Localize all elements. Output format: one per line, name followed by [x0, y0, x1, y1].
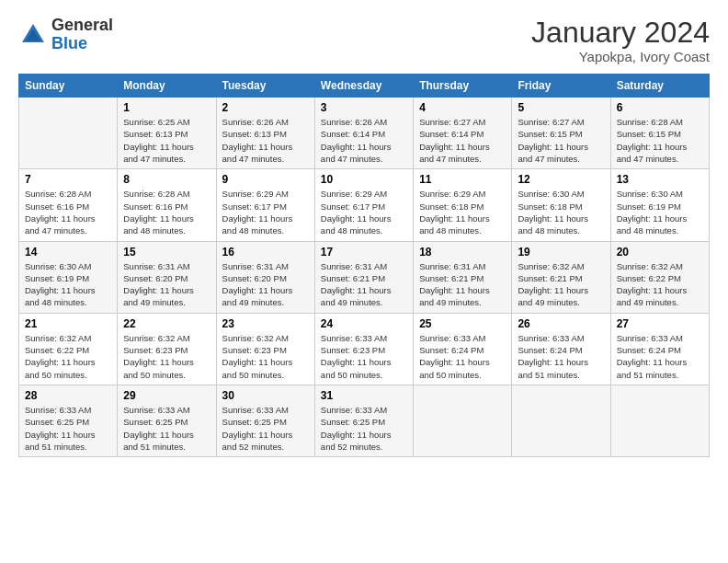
- logo-icon: [18, 20, 48, 50]
- calendar-cell: 22 Sunrise: 6:32 AMSunset: 6:23 PMDaylig…: [118, 313, 216, 385]
- calendar-cell: 2 Sunrise: 6:26 AMSunset: 6:13 PMDayligh…: [216, 98, 314, 169]
- day-number: 31: [321, 389, 407, 402]
- logo-text-general: General: [51, 17, 113, 35]
- calendar-cell: 29 Sunrise: 6:33 AMSunset: 6:25 PMDaylig…: [118, 385, 216, 456]
- calendar-cell: 6 Sunrise: 6:28 AMSunset: 6:15 PMDayligh…: [610, 98, 709, 169]
- calendar-cell: 19 Sunrise: 6:32 AMSunset: 6:21 PMDaylig…: [512, 241, 610, 313]
- header-monday: Monday: [118, 75, 216, 98]
- day-detail: Sunrise: 6:30 AMSunset: 6:19 PMDaylight:…: [25, 260, 111, 309]
- day-detail: Sunrise: 6:29 AMSunset: 6:18 PMDaylight:…: [419, 188, 506, 236]
- calendar-cell: 18 Sunrise: 6:31 AMSunset: 6:21 PMDaylig…: [414, 241, 512, 313]
- calendar-cell: 12 Sunrise: 6:30 AMSunset: 6:18 PMDaylig…: [512, 169, 610, 241]
- day-detail: Sunrise: 6:33 AMSunset: 6:24 PMDaylight:…: [419, 332, 506, 381]
- calendar-cell: 21 Sunrise: 6:32 AMSunset: 6:22 PMDaylig…: [19, 313, 118, 385]
- day-number: 14: [25, 246, 111, 259]
- calendar-cell: 28 Sunrise: 6:33 AMSunset: 6:25 PMDaylig…: [19, 385, 118, 456]
- day-number: 30: [222, 389, 309, 402]
- calendar-week-row-0: 1 Sunrise: 6:25 AMSunset: 6:13 PMDayligh…: [19, 98, 710, 169]
- calendar-cell: 1 Sunrise: 6:25 AMSunset: 6:13 PMDayligh…: [118, 98, 216, 169]
- header-tuesday: Tuesday: [216, 75, 314, 98]
- calendar-cell: 31 Sunrise: 6:33 AMSunset: 6:25 PMDaylig…: [314, 385, 413, 456]
- day-detail: Sunrise: 6:32 AMSunset: 6:23 PMDaylight:…: [222, 332, 309, 381]
- day-detail: Sunrise: 6:27 AMSunset: 6:15 PMDaylight:…: [518, 116, 604, 165]
- day-detail: Sunrise: 6:33 AMSunset: 6:25 PMDaylight:…: [222, 404, 309, 453]
- day-number: 11: [419, 173, 506, 186]
- day-number: 27: [617, 317, 703, 330]
- logo-text-blue: Blue: [51, 35, 113, 53]
- day-detail: Sunrise: 6:28 AMSunset: 6:16 PMDaylight:…: [123, 188, 210, 236]
- calendar-cell: 15 Sunrise: 6:31 AMSunset: 6:20 PMDaylig…: [118, 241, 216, 313]
- day-number: 8: [123, 173, 210, 186]
- day-detail: Sunrise: 6:33 AMSunset: 6:24 PMDaylight:…: [518, 332, 604, 381]
- calendar-cell: 24 Sunrise: 6:33 AMSunset: 6:23 PMDaylig…: [314, 313, 413, 385]
- day-detail: Sunrise: 6:33 AMSunset: 6:25 PMDaylight:…: [25, 404, 111, 453]
- calendar-cell: [610, 385, 709, 456]
- day-detail: Sunrise: 6:30 AMSunset: 6:18 PMDaylight:…: [518, 188, 604, 236]
- calendar-cell: 11 Sunrise: 6:29 AMSunset: 6:18 PMDaylig…: [414, 169, 512, 241]
- calendar-cell: 16 Sunrise: 6:31 AMSunset: 6:20 PMDaylig…: [216, 241, 314, 313]
- calendar-title: January 2024: [531, 17, 710, 49]
- day-detail: Sunrise: 6:33 AMSunset: 6:25 PMDaylight:…: [321, 404, 407, 453]
- header-friday: Friday: [512, 75, 610, 98]
- calendar-cell: 14 Sunrise: 6:30 AMSunset: 6:19 PMDaylig…: [19, 241, 118, 313]
- day-detail: Sunrise: 6:26 AMSunset: 6:14 PMDaylight:…: [321, 116, 407, 165]
- day-detail: Sunrise: 6:28 AMSunset: 6:15 PMDaylight:…: [617, 116, 703, 165]
- day-detail: Sunrise: 6:31 AMSunset: 6:20 PMDaylight:…: [222, 260, 309, 309]
- calendar-cell: 5 Sunrise: 6:27 AMSunset: 6:15 PMDayligh…: [512, 98, 610, 169]
- calendar-cell: 7 Sunrise: 6:28 AMSunset: 6:16 PMDayligh…: [19, 169, 118, 241]
- day-number: 10: [321, 173, 407, 186]
- day-detail: Sunrise: 6:26 AMSunset: 6:13 PMDaylight:…: [222, 116, 309, 165]
- calendar-week-row-4: 28 Sunrise: 6:33 AMSunset: 6:25 PMDaylig…: [19, 385, 710, 456]
- day-detail: Sunrise: 6:27 AMSunset: 6:14 PMDaylight:…: [419, 116, 506, 165]
- day-detail: Sunrise: 6:32 AMSunset: 6:22 PMDaylight:…: [617, 260, 703, 309]
- day-detail: Sunrise: 6:29 AMSunset: 6:17 PMDaylight:…: [321, 188, 407, 236]
- calendar-cell: [512, 385, 610, 456]
- header: General Blue January 2024 Yapokpa, Ivory…: [18, 17, 710, 64]
- page: General Blue January 2024 Yapokpa, Ivory…: [0, 0, 728, 563]
- day-number: 21: [25, 317, 111, 330]
- day-detail: Sunrise: 6:31 AMSunset: 6:20 PMDaylight:…: [123, 260, 210, 309]
- day-number: 13: [617, 173, 703, 186]
- day-number: 23: [222, 317, 309, 330]
- day-detail: Sunrise: 6:33 AMSunset: 6:23 PMDaylight:…: [321, 332, 407, 381]
- day-number: 4: [419, 101, 506, 114]
- calendar-cell: [414, 385, 512, 456]
- header-saturday: Saturday: [610, 75, 709, 98]
- calendar-cell: 27 Sunrise: 6:33 AMSunset: 6:24 PMDaylig…: [610, 313, 709, 385]
- calendar-week-row-1: 7 Sunrise: 6:28 AMSunset: 6:16 PMDayligh…: [19, 169, 710, 241]
- calendar-cell: 25 Sunrise: 6:33 AMSunset: 6:24 PMDaylig…: [414, 313, 512, 385]
- calendar-cell: 9 Sunrise: 6:29 AMSunset: 6:17 PMDayligh…: [216, 169, 314, 241]
- title-block: January 2024 Yapokpa, Ivory Coast: [531, 17, 710, 64]
- day-detail: Sunrise: 6:25 AMSunset: 6:13 PMDaylight:…: [123, 116, 210, 165]
- day-number: 15: [123, 246, 210, 259]
- day-number: 6: [617, 101, 703, 114]
- day-detail: Sunrise: 6:31 AMSunset: 6:21 PMDaylight:…: [321, 260, 407, 309]
- day-number: 29: [123, 389, 210, 402]
- day-number: 7: [25, 173, 111, 186]
- calendar-subtitle: Yapokpa, Ivory Coast: [531, 49, 710, 64]
- day-number: 25: [419, 317, 506, 330]
- day-number: 16: [222, 246, 309, 259]
- calendar-cell: 26 Sunrise: 6:33 AMSunset: 6:24 PMDaylig…: [512, 313, 610, 385]
- day-number: 28: [25, 389, 111, 402]
- day-number: 18: [419, 246, 506, 259]
- day-number: 12: [518, 173, 604, 186]
- day-number: 3: [321, 101, 407, 114]
- calendar-cell: 4 Sunrise: 6:27 AMSunset: 6:14 PMDayligh…: [414, 98, 512, 169]
- header-thursday: Thursday: [414, 75, 512, 98]
- day-number: 24: [321, 317, 407, 330]
- day-number: 20: [617, 246, 703, 259]
- calendar-cell: 10 Sunrise: 6:29 AMSunset: 6:17 PMDaylig…: [314, 169, 413, 241]
- day-number: 1: [123, 101, 210, 114]
- day-detail: Sunrise: 6:33 AMSunset: 6:24 PMDaylight:…: [617, 332, 703, 381]
- day-number: 19: [518, 246, 604, 259]
- calendar-cell: [19, 98, 118, 169]
- logo: General Blue: [18, 17, 113, 53]
- day-number: 9: [222, 173, 309, 186]
- calendar-cell: 8 Sunrise: 6:28 AMSunset: 6:16 PMDayligh…: [118, 169, 216, 241]
- day-detail: Sunrise: 6:32 AMSunset: 6:22 PMDaylight:…: [25, 332, 111, 381]
- day-number: 22: [123, 317, 210, 330]
- day-detail: Sunrise: 6:28 AMSunset: 6:16 PMDaylight:…: [25, 188, 111, 236]
- calendar-week-row-3: 21 Sunrise: 6:32 AMSunset: 6:22 PMDaylig…: [19, 313, 710, 385]
- day-detail: Sunrise: 6:32 AMSunset: 6:23 PMDaylight:…: [123, 332, 210, 381]
